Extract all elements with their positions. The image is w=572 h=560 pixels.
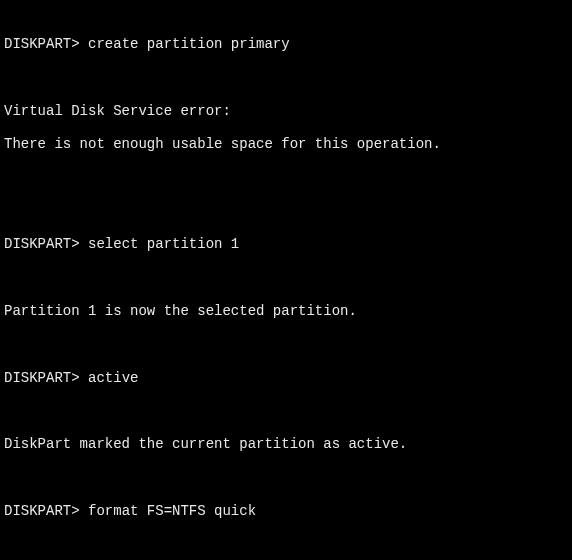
blank-line <box>4 204 568 220</box>
blank-line <box>4 538 568 554</box>
terminal-window[interactable]: DISKPART> create partition primary Virtu… <box>4 6 568 560</box>
cmd-line-active: DISKPART> active <box>4 371 568 387</box>
blank-line <box>4 170 568 186</box>
diskpart-prompt: DISKPART> <box>4 503 80 519</box>
blank-line <box>4 271 568 287</box>
output-selected: Partition 1 is now the selected partitio… <box>4 304 568 320</box>
diskpart-prompt: DISKPART> <box>4 36 80 52</box>
blank-line <box>4 471 568 487</box>
command-text: format FS=NTFS quick <box>88 503 256 519</box>
blank-line <box>4 70 568 86</box>
output-error-msg: There is not enough usable space for thi… <box>4 137 568 153</box>
output-active-result: DiskPart marked the current partition as… <box>4 437 568 453</box>
command-text: create partition primary <box>88 36 290 52</box>
blank-line <box>4 337 568 353</box>
command-text: select partition 1 <box>88 236 239 252</box>
command-text: active <box>88 370 138 386</box>
cmd-line-select-partition: DISKPART> select partition 1 <box>4 237 568 253</box>
diskpart-prompt: DISKPART> <box>4 236 80 252</box>
diskpart-prompt: DISKPART> <box>4 370 80 386</box>
cmd-line-format: DISKPART> format FS=NTFS quick <box>4 504 568 520</box>
cmd-line-create-partition: DISKPART> create partition primary <box>4 37 568 53</box>
output-error-header: Virtual Disk Service error: <box>4 104 568 120</box>
blank-line <box>4 404 568 420</box>
